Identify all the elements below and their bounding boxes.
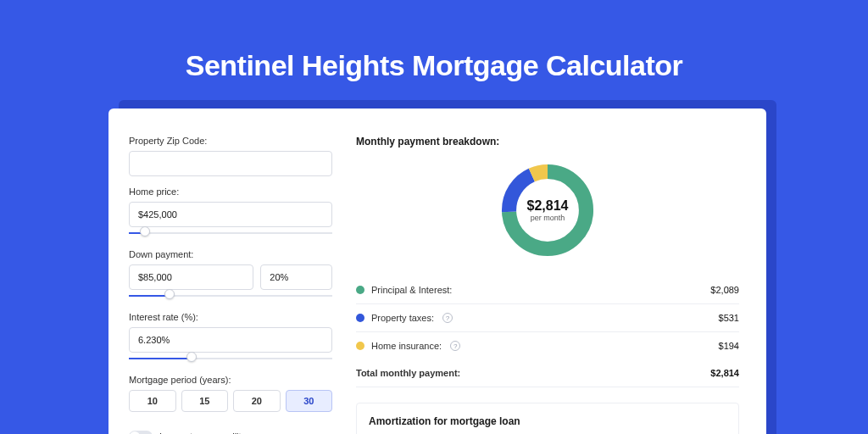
period-options: 10152030 xyxy=(129,390,332,412)
home-price-label: Home price: xyxy=(129,186,332,197)
home-price-slider[interactable] xyxy=(129,229,332,239)
slider-thumb[interactable] xyxy=(186,352,197,362)
total-line: Total monthly payment: $2,814 xyxy=(356,359,739,387)
home-price-input[interactable] xyxy=(129,202,332,227)
page-stage: Sentinel Heights Mortgage Calculator Pro… xyxy=(0,0,868,434)
interest-input[interactable] xyxy=(129,327,332,353)
period-option-15[interactable]: 15 xyxy=(181,390,229,412)
period-option-30[interactable]: 30 xyxy=(286,390,333,412)
legend-dot xyxy=(356,286,364,294)
breakdown-line: Principal & Interest:$2,089 xyxy=(356,276,739,304)
slider-thumb[interactable] xyxy=(140,226,150,236)
breakdown-item-label: Home insurance: xyxy=(371,341,442,351)
breakdown-title: Monthly payment breakdown: xyxy=(356,136,739,147)
donut-wrap: $2,814 per month xyxy=(356,159,739,261)
help-icon[interactable]: ? xyxy=(442,313,453,323)
total-value: $2,814 xyxy=(710,368,739,378)
help-icon[interactable]: ? xyxy=(450,341,460,351)
donut-chart: $2,814 per month xyxy=(497,159,598,261)
period-label: Mortgage period (years): xyxy=(129,375,332,385)
donut-amount: $2,814 xyxy=(527,198,569,214)
zip-label: Property Zip Code: xyxy=(129,136,332,146)
breakdown-item-label: Principal & Interest: xyxy=(371,285,452,295)
breakdown-item-value: $194 xyxy=(719,341,739,351)
legend-dot xyxy=(356,342,364,350)
slider-thumb[interactable] xyxy=(164,289,175,299)
form-panel: Property Zip Code: Home price: Down paym… xyxy=(129,129,332,434)
legend-dot xyxy=(356,314,364,322)
breakdown-item-value: $2,089 xyxy=(710,285,739,295)
breakdown-item-value: $531 xyxy=(719,313,739,323)
calculator-card: Property Zip Code: Home price: Down paym… xyxy=(108,108,766,434)
veteran-toggle[interactable] xyxy=(129,431,153,434)
breakdown-line: Property taxes:?$531 xyxy=(356,304,739,332)
breakdown-line: Home insurance:?$194 xyxy=(356,332,739,359)
donut-sub: per month xyxy=(531,214,565,222)
interest-label: Interest rate (%): xyxy=(129,312,332,322)
breakdown-item-label: Property taxes: xyxy=(371,313,434,323)
down-payment-label: Down payment: xyxy=(129,249,332,259)
amortization-heading: Amortization for mortgage loan xyxy=(369,415,726,427)
down-payment-pct-input[interactable] xyxy=(260,264,332,290)
breakdown-lines: Principal & Interest:$2,089Property taxe… xyxy=(356,276,739,359)
down-payment-slider[interactable] xyxy=(129,292,332,302)
breakdown-panel: Monthly payment breakdown: $2,814 per mo… xyxy=(356,129,739,434)
donut-center: $2,814 per month xyxy=(497,159,598,261)
amortization-card: Amortization for mortgage loan Amortizat… xyxy=(356,403,739,434)
veteran-row: I am veteran or military xyxy=(129,431,332,434)
zip-input[interactable] xyxy=(129,151,332,176)
down-payment-input[interactable] xyxy=(129,264,253,290)
period-option-20[interactable]: 20 xyxy=(233,390,281,412)
page-title: Sentinel Heights Mortgage Calculator xyxy=(0,0,868,82)
total-label: Total monthly payment: xyxy=(356,368,460,378)
interest-slider[interactable] xyxy=(129,354,332,364)
period-option-10[interactable]: 10 xyxy=(129,390,176,412)
